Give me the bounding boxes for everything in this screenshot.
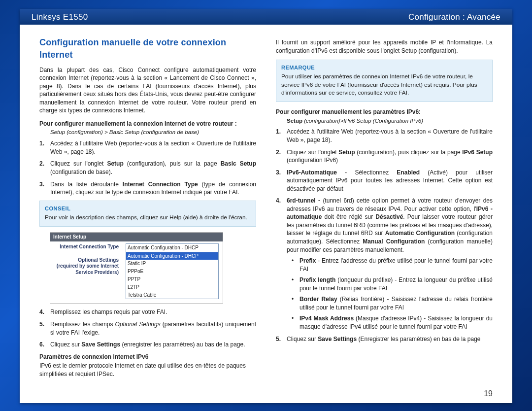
subheading-ipv6-config: Pour configurer manuellement les paramèt… — [276, 108, 493, 116]
page-header: Linksys E1550 Configuration : Avancée — [20, 9, 512, 25]
callout-label: CONSEIL — [45, 205, 251, 212]
step-6: Cliquez sur Save Settings (enregistrer l… — [39, 341, 256, 349]
option-pppoe[interactable]: PPPoE — [126, 268, 218, 275]
step-4: Remplissez les champs requis par votre F… — [39, 308, 256, 316]
r-step-3: IPv6-Automatique - Sélectionnez Enabled … — [276, 169, 493, 193]
ipv6-intro: IPv6 est le dernier protocole Internet e… — [39, 362, 256, 378]
label-internet-connection-type: Internet Connection Type — [53, 243, 119, 250]
callout-conseil: CONSEIL Pour voir la description des cha… — [39, 201, 256, 227]
option-pptp[interactable]: PPTP — [126, 275, 218, 283]
callout-body-remarque: Pour utiliser les paramètres de connexio… — [281, 73, 477, 96]
document-page: Linksys E1550 Configuration : Avancée Co… — [20, 9, 512, 403]
right-column: Il fournit un support amélioré pour les … — [276, 36, 493, 396]
router-bar: Internet Setup — [50, 233, 223, 241]
page-body: Configuration manuelle de votre connexio… — [20, 25, 512, 403]
option-l2tp[interactable]: L2TP — [126, 283, 218, 291]
bullet-list: Prefix - Entrez l'addresse du préfixe ut… — [292, 257, 493, 331]
dropdown-list[interactable]: Automatic Configuration - DHCP Static IP… — [126, 252, 219, 300]
steps-list-left: Accédez à l'utilitaire Web (reportez-vou… — [39, 139, 256, 196]
steps-list-right: Accédez à l'utilitaire Web (reportez-vou… — [276, 128, 493, 343]
subheading-ipv6-params: Paramètres de connexion Internet IPv6 — [39, 353, 256, 361]
bullet-ipv4-mask: IPv4 Mask Address (Masque d'adresse IPv4… — [292, 314, 493, 331]
breadcrumb-basic-setup: Setup (configuration) > Basic Setup (con… — [50, 129, 256, 137]
option-dhcp[interactable]: Automatic Configuration - DHCP — [126, 252, 218, 260]
subheading-router-config: Pour configurer manuellement la connexio… — [39, 120, 256, 128]
router-screenshot: Internet Setup Internet Connection Type … — [50, 233, 223, 303]
bullet-border-relay: Border Relay (Relias frontière) - Saisis… — [292, 295, 493, 311]
left-column: Configuration manuelle de votre connexio… — [39, 36, 256, 396]
step-5: Remplissez les champs Optional Settings … — [39, 320, 256, 337]
step-3: Dans la liste déroulante Internet Connec… — [39, 180, 256, 197]
steps-list-left-cont: Remplissez les champs requis par votre F… — [39, 308, 256, 348]
select-connection-type[interactable]: Automatic Configuration - DHCP — [126, 243, 219, 252]
r-step-5: Cliquez sur Save Settings (Enregistrer l… — [276, 335, 493, 343]
header-right: Configuration : Avancée — [408, 12, 500, 22]
header-left: Linksys E1550 — [32, 12, 88, 22]
r-step-2: Cliquez sur l'onglet Setup (configuratio… — [276, 148, 493, 165]
ipv6-continued: Il fournit un support amélioré pour les … — [276, 38, 493, 55]
section-title: Configuration manuelle de votre connexio… — [39, 36, 256, 61]
page-number: 19 — [484, 389, 493, 398]
r-step-4: 6rd-tunnel - (tunnel 6rd) cette option p… — [276, 197, 493, 331]
option-static-ip[interactable]: Static IP — [126, 260, 218, 268]
r-step-1: Accédez à l'utilitaire Web (reportez-vou… — [276, 128, 493, 144]
step-2: Cliquez sur l'onglet Setup (configuratio… — [39, 160, 256, 176]
label-optional-settings: Optional Settings (required by some Inte… — [53, 257, 119, 276]
bullet-prefix-length: Prefix length (longueur du préfixe) - En… — [292, 276, 493, 292]
bullet-prefix: Prefix - Entrez l'addresse du préfixe ut… — [292, 257, 493, 273]
callout-body: Pour voir la description des champs, cli… — [45, 214, 247, 221]
intro-paragraph: Dans la plupart des cas, Cisco Connect c… — [39, 66, 256, 115]
callout-remarque: REMARQUE Pour utiliser les paramètres de… — [276, 60, 493, 102]
step-1: Accédez à l'utilitaire Web (reportez-vou… — [39, 139, 256, 156]
callout-label-remarque: REMARQUE — [281, 64, 487, 71]
breadcrumb-ipv6-setup: Setup (configuration)>IPv6 Setup (Config… — [287, 117, 493, 125]
option-telstra[interactable]: Telstra Cable — [126, 291, 218, 299]
